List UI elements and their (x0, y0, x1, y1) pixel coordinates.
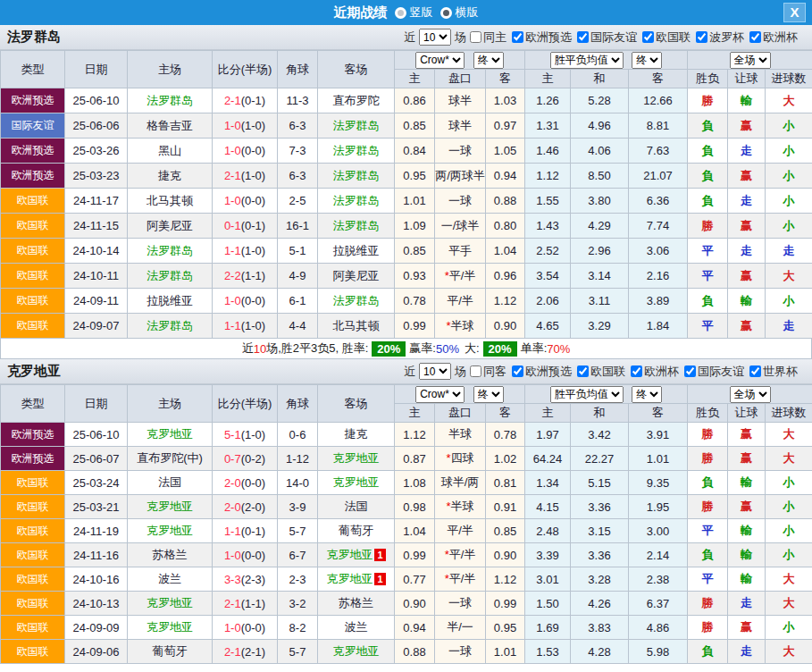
league-filter[interactable]: 国际友谊 (573, 29, 637, 46)
full-time-score: 1-1 (224, 319, 241, 332)
cell-goals: 小 (766, 113, 812, 139)
radio-horizontal-layout[interactable] (440, 7, 452, 19)
avg-select[interactable]: 胜平负均值 (550, 52, 624, 69)
league-filter-checkbox[interactable] (749, 365, 761, 377)
avg-time-select[interactable]: 终 (632, 386, 662, 403)
cell-odds-home: 0.95 (395, 164, 435, 189)
league-filter-label: 欧国联 (656, 29, 691, 46)
league-filter[interactable]: 波罗杯 (692, 29, 744, 46)
half-time-score: (0-0) (241, 144, 265, 157)
cell-odds-away: 0.91 (486, 495, 525, 519)
bookmaker-select[interactable]: Crow* (415, 52, 465, 69)
cell-avg-home: 1.46 (525, 139, 571, 164)
col-header-corners: 角球 (278, 385, 318, 423)
cell-avg-draw: 3.11 (571, 289, 629, 314)
avg-time-select[interactable]: 终 (632, 52, 662, 69)
matches-table: 类型 日期 主场 比分(半场) 角球 客场 Crow* 终 胜平负均值 终 全场 (0, 384, 812, 664)
scope-select[interactable]: 全场 (730, 386, 771, 403)
league-filter-checkbox[interactable] (631, 365, 642, 377)
radio-horizontal-label[interactable]: 横版 (456, 4, 479, 21)
match-row: 欧国联24-11-19克罗地亚1-1(0-1)5-7葡萄牙1.04平/半0.85… (1, 519, 812, 543)
league-filter-checkbox[interactable] (512, 365, 523, 377)
cell-avg-draw: 4.26 (571, 592, 629, 616)
league-filter-checkbox[interactable] (512, 31, 523, 43)
cell-league-type: 欧洲预选 (1, 447, 65, 471)
same-venue-filter[interactable]: 同客 (466, 364, 506, 380)
cell-home-team: 北马其顿 (128, 189, 213, 214)
league-filter[interactable]: 欧国联 (573, 364, 625, 380)
radio-vertical-layout[interactable] (395, 7, 406, 19)
league-filter-checkbox[interactable] (749, 31, 761, 43)
full-time-score: 1-1 (224, 244, 241, 257)
cell-score: 1-0(0-0) (213, 289, 278, 314)
match-row: 欧洲预选25-03-23捷克2-1(1-0)6-3法罗群岛0.95两/两球半0.… (1, 164, 812, 189)
match-row: 欧洲预选25-06-07直布罗陀(中)0-7(0-2)1-12克罗地亚0.87*… (1, 447, 812, 471)
recent-count-select[interactable]: 10 (419, 363, 451, 380)
away-team-name: 法罗群岛 (333, 144, 380, 157)
league-filter[interactable]: 欧国联 (639, 29, 691, 46)
cell-league-type: 欧洲预选 (1, 423, 65, 447)
cell-avg-home: 1.43 (525, 214, 571, 239)
cell-handicap: *平/半 (435, 543, 486, 567)
cell-odds-home: 0.99 (395, 314, 435, 339)
col-header-corners: 角球 (278, 51, 318, 88)
cell-date: 24-09-09 (65, 616, 128, 640)
cell-away-team: 法罗群岛 (318, 289, 395, 314)
odds-time-select[interactable]: 终 (473, 52, 504, 69)
cell-corners: 8-2 (278, 616, 318, 640)
away-team-name: 克罗地亚 (326, 548, 373, 561)
cell-odds-away: 0.94 (486, 164, 525, 189)
cell-score: 2-0(2-0) (213, 495, 278, 519)
cell-goals: 小 (766, 616, 812, 640)
league-filter[interactable]: 欧洲杯 (746, 29, 798, 46)
cell-avg-away: 5.98 (629, 640, 688, 664)
cell-away-team: 法国 (318, 495, 395, 519)
full-time-score: 1-1 (224, 525, 241, 538)
cell-handicap-result: 輸 (728, 289, 766, 314)
league-filter[interactable]: 欧洲预选 (508, 364, 572, 380)
half-time-score: (1-1) (241, 597, 265, 610)
cell-avg-draw: 3.36 (571, 495, 629, 519)
col-header-handicap: 盘口 (435, 404, 486, 423)
league-filter-checkbox[interactable] (696, 31, 707, 43)
full-time-score: 2-1 (224, 94, 241, 107)
bookmaker-select[interactable]: Crow* (415, 386, 465, 403)
away-team-name: 阿美尼亚 (333, 269, 380, 282)
league-filter[interactable]: 国际友谊 (681, 364, 744, 380)
league-filter[interactable]: 欧洲杯 (627, 364, 679, 380)
away-team-name: 北马其顿 (333, 319, 380, 332)
same-venue-checkbox[interactable] (470, 365, 481, 377)
match-row: 欧国联25-03-24法国2-0(0-0)14-0克罗地亚1.08球半/两0.8… (1, 471, 812, 495)
league-filter-checkbox[interactable] (577, 31, 589, 43)
cell-result: 勝 (688, 592, 728, 616)
cell-result: 平 (688, 567, 728, 592)
team-section-header: 克罗地亚 近 10 场 同客 欧洲预选 欧国联 欧洲杯 国际友谊 世界杯 (0, 359, 812, 384)
match-row: 欧国联24-10-11法罗群岛2-2(1-1)4-9阿美尼亚0.93*平/半0.… (1, 264, 812, 289)
league-filter[interactable]: 欧洲预选 (508, 29, 572, 46)
league-filter[interactable]: 世界杯 (746, 364, 798, 380)
cell-home-team: 法罗群岛 (128, 88, 213, 113)
cell-score: 1-1(1-0) (213, 314, 278, 339)
recent-count-select[interactable]: 10 (419, 29, 451, 46)
cell-result: 平 (688, 314, 728, 339)
cell-odds-away: 0.96 (486, 264, 525, 289)
league-filter-checkbox[interactable] (684, 365, 696, 377)
cell-score: 2-0(0-0) (213, 471, 278, 495)
league-filter-checkbox[interactable] (577, 365, 589, 377)
same-venue-filter[interactable]: 同主 (466, 29, 506, 46)
cell-avg-away: 12.66 (629, 88, 688, 113)
odds-time-select[interactable]: 终 (473, 386, 504, 403)
close-button[interactable]: X (783, 3, 806, 22)
same-venue-checkbox[interactable] (470, 31, 481, 43)
scope-select[interactable]: 全场 (730, 52, 771, 69)
match-row: 欧国联24-09-09克罗地亚1-0(0-0)8-2波兰0.94半/一0.951… (1, 616, 812, 640)
match-row: 欧国联24-10-14法罗群岛1-1(1-0)5-1拉脱维亚0.85平手1.04… (1, 239, 812, 264)
col-header-score: 比分(半场) (213, 385, 278, 423)
avg-group-header: 胜平负均值 终 (525, 51, 688, 70)
cell-avg-away: 9.35 (629, 471, 688, 495)
radio-vertical-label[interactable]: 竖版 (410, 4, 433, 21)
league-filter-checkbox[interactable] (642, 31, 654, 43)
handicap-value: 半球 (451, 500, 474, 513)
cell-odds-home: 1.08 (395, 471, 435, 495)
avg-select[interactable]: 胜平负均值 (550, 386, 624, 403)
